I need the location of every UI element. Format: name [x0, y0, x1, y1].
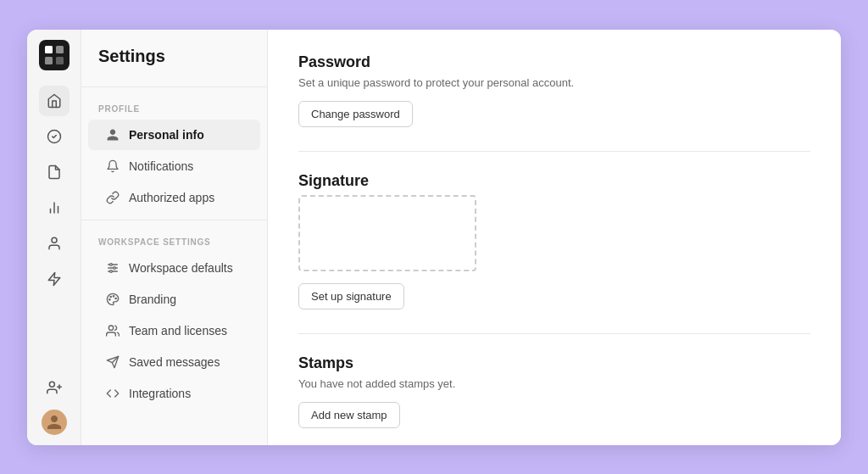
sliders-icon [105, 260, 120, 276]
icon-bar-bottom [39, 372, 70, 435]
svg-rect-3 [56, 57, 64, 64]
stamps-title: Stamps [298, 354, 810, 372]
lightning-nav-item[interactable] [39, 264, 70, 294]
team-icon [105, 323, 120, 338]
signature-canvas[interactable] [298, 195, 476, 271]
divider-2 [298, 333, 810, 334]
icon-bar [27, 30, 81, 445]
password-section: Password Set a unique password to protec… [298, 53, 810, 127]
sidebar-item-notifications[interactable]: Notifications [88, 151, 260, 181]
add-new-stamp-button[interactable]: Add new stamp [298, 402, 400, 428]
app-logo[interactable] [39, 40, 70, 70]
svg-rect-0 [45, 46, 53, 53]
change-password-button[interactable]: Change password [298, 101, 413, 127]
stamps-section: Stamps You have not added stamps yet. Ad… [298, 354, 810, 428]
sidebar-item-team-and-licenses[interactable]: Team and licenses [88, 315, 260, 346]
team-and-licenses-label: Team and licenses [129, 324, 227, 337]
branding-label: Branding [129, 293, 176, 306]
signature-section: Signature Set up signature [298, 172, 810, 309]
settings-title: Settings [81, 47, 267, 80]
document-nav-item[interactable] [39, 157, 70, 187]
workspace-section-label: WORKSPACE SETTINGS [81, 227, 267, 252]
link-icon [105, 190, 120, 205]
password-description: Set a unique password to protect your pe… [298, 76, 810, 89]
svg-point-16 [110, 263, 113, 265]
sidebar-item-authorized-apps[interactable]: Authorized apps [88, 182, 260, 213]
workspace-defaults-label: Workspace defaults [129, 261, 233, 275]
authorized-apps-label: Authorized apps [129, 191, 214, 204]
svg-point-21 [110, 296, 111, 297]
send-icon [105, 354, 120, 370]
sidebar-item-workspace-defaults[interactable]: Workspace defaults [88, 253, 260, 283]
svg-point-23 [108, 326, 113, 330]
chart-nav-item[interactable] [39, 192, 70, 223]
set-up-signature-button[interactable]: Set up signature [298, 283, 404, 309]
personal-info-label: Personal info [129, 128, 204, 142]
svg-point-8 [52, 237, 57, 243]
divider-1 [298, 151, 810, 152]
sidebar-item-personal-info[interactable]: Personal info [88, 120, 260, 150]
svg-marker-9 [48, 272, 60, 285]
svg-rect-2 [56, 46, 64, 53]
main-content: Password Set a unique password to protec… [268, 30, 841, 445]
sidebar: Settings PROFILE Personal info Notificat… [81, 30, 268, 445]
code-icon [105, 386, 120, 401]
svg-point-20 [115, 298, 116, 298]
sidebar-top-divider [81, 86, 267, 87]
svg-rect-1 [45, 57, 53, 64]
stamps-description: You have not added stamps yet. [298, 377, 810, 390]
svg-point-10 [49, 382, 54, 387]
check-nav-item[interactable] [39, 121, 70, 152]
people-nav-item[interactable] [39, 228, 70, 259]
signature-title: Signature [298, 172, 810, 190]
person-icon [105, 127, 120, 142]
saved-messages-label: Saved messages [129, 355, 220, 369]
password-title: Password [298, 53, 810, 71]
svg-point-19 [113, 295, 114, 296]
home-nav-item[interactable] [39, 86, 70, 116]
svg-point-18 [110, 270, 113, 272]
svg-point-17 [114, 266, 116, 269]
bell-icon [105, 159, 120, 174]
svg-point-22 [109, 298, 110, 299]
user-avatar[interactable] [42, 410, 67, 435]
sidebar-item-branding[interactable]: Branding [88, 284, 260, 315]
sidebar-mid-divider [81, 220, 267, 220]
integrations-label: Integrations [129, 387, 191, 400]
add-user-button[interactable] [39, 372, 70, 403]
palette-icon [105, 292, 120, 307]
sidebar-item-integrations[interactable]: Integrations [88, 378, 260, 409]
sidebar-item-saved-messages[interactable]: Saved messages [88, 347, 260, 377]
profile-section-label: PROFILE [81, 94, 267, 119]
notifications-label: Notifications [129, 159, 193, 173]
